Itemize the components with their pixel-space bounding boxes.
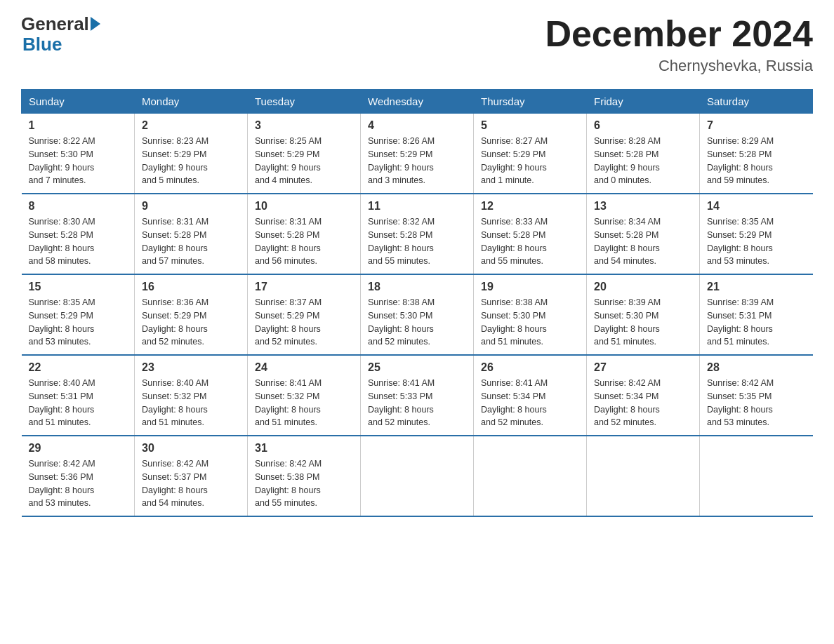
calendar-table: SundayMondayTuesdayWednesdayThursdayFrid… — [21, 89, 813, 517]
header-wednesday: Wednesday — [361, 90, 474, 114]
calendar-cell — [474, 436, 587, 516]
logo: General Blue — [21, 14, 100, 54]
day-number: 14 — [707, 200, 806, 213]
day-number: 9 — [142, 200, 240, 213]
day-number: 27 — [594, 361, 692, 374]
day-info: Sunrise: 8:25 AMSunset: 5:29 PMDaylight:… — [255, 135, 353, 187]
day-info: Sunrise: 8:35 AMSunset: 5:29 PMDaylight:… — [707, 215, 806, 268]
day-info: Sunrise: 8:38 AMSunset: 5:30 PMDaylight:… — [368, 296, 466, 349]
calendar-cell: 13Sunrise: 8:34 AMSunset: 5:28 PMDayligh… — [587, 194, 700, 274]
calendar-cell: 8Sunrise: 8:30 AMSunset: 5:28 PMDaylight… — [22, 194, 135, 274]
calendar-week-4: 22Sunrise: 8:40 AMSunset: 5:31 PMDayligh… — [22, 355, 813, 436]
calendar-cell: 2Sunrise: 8:23 AMSunset: 5:29 PMDaylight… — [135, 114, 248, 194]
calendar-cell: 18Sunrise: 8:38 AMSunset: 5:30 PMDayligh… — [361, 274, 474, 355]
calendar-cell: 19Sunrise: 8:38 AMSunset: 5:30 PMDayligh… — [474, 274, 587, 355]
header-friday: Friday — [587, 90, 700, 114]
calendar-week-1: 1Sunrise: 8:22 AMSunset: 5:30 PMDaylight… — [22, 114, 813, 194]
calendar-cell — [700, 436, 813, 516]
calendar-cell: 10Sunrise: 8:31 AMSunset: 5:28 PMDayligh… — [248, 194, 361, 274]
calendar-cell: 6Sunrise: 8:28 AMSunset: 5:28 PMDaylight… — [587, 114, 700, 194]
day-number: 10 — [255, 200, 353, 213]
calendar-cell: 27Sunrise: 8:42 AMSunset: 5:34 PMDayligh… — [587, 355, 700, 436]
day-info: Sunrise: 8:41 AMSunset: 5:33 PMDaylight:… — [368, 377, 466, 429]
day-number: 4 — [368, 119, 466, 132]
day-info: Sunrise: 8:42 AMSunset: 5:36 PMDaylight:… — [29, 457, 128, 510]
calendar-week-3: 15Sunrise: 8:35 AMSunset: 5:29 PMDayligh… — [22, 274, 813, 355]
day-number: 1 — [29, 119, 128, 132]
day-info: Sunrise: 8:29 AMSunset: 5:28 PMDaylight:… — [707, 135, 806, 187]
calendar-cell: 29Sunrise: 8:42 AMSunset: 5:36 PMDayligh… — [22, 436, 135, 516]
calendar-cell: 16Sunrise: 8:36 AMSunset: 5:29 PMDayligh… — [135, 274, 248, 355]
day-info: Sunrise: 8:42 AMSunset: 5:35 PMDaylight:… — [707, 377, 806, 429]
day-number: 16 — [142, 281, 240, 293]
day-info: Sunrise: 8:40 AMSunset: 5:32 PMDaylight:… — [142, 377, 240, 429]
logo-arrow-icon — [91, 17, 100, 31]
day-number: 24 — [255, 361, 353, 374]
day-number: 19 — [481, 281, 579, 293]
calendar-cell: 31Sunrise: 8:42 AMSunset: 5:38 PMDayligh… — [248, 436, 361, 516]
day-info: Sunrise: 8:30 AMSunset: 5:28 PMDaylight:… — [29, 215, 128, 268]
day-info: Sunrise: 8:28 AMSunset: 5:28 PMDaylight:… — [594, 135, 692, 187]
day-number: 3 — [255, 119, 353, 132]
page-header: General Blue December 2024 Chernyshevka,… — [21, 14, 813, 75]
day-info: Sunrise: 8:33 AMSunset: 5:28 PMDaylight:… — [481, 215, 579, 268]
day-number: 15 — [29, 281, 128, 293]
calendar-cell: 12Sunrise: 8:33 AMSunset: 5:28 PMDayligh… — [474, 194, 587, 274]
header-sunday: Sunday — [22, 90, 135, 114]
calendar-cell: 28Sunrise: 8:42 AMSunset: 5:35 PMDayligh… — [700, 355, 813, 436]
day-number: 2 — [142, 119, 240, 132]
day-info: Sunrise: 8:35 AMSunset: 5:29 PMDaylight:… — [29, 296, 128, 349]
day-info: Sunrise: 8:39 AMSunset: 5:31 PMDaylight:… — [707, 296, 806, 349]
calendar-cell: 30Sunrise: 8:42 AMSunset: 5:37 PMDayligh… — [135, 436, 248, 516]
logo-blue-text: Blue — [21, 34, 100, 55]
day-info: Sunrise: 8:42 AMSunset: 5:34 PMDaylight:… — [594, 377, 692, 429]
calendar-cell: 4Sunrise: 8:26 AMSunset: 5:29 PMDaylight… — [361, 114, 474, 194]
day-number: 29 — [29, 442, 128, 455]
calendar-cell: 5Sunrise: 8:27 AMSunset: 5:29 PMDaylight… — [474, 114, 587, 194]
calendar-cell: 25Sunrise: 8:41 AMSunset: 5:33 PMDayligh… — [361, 355, 474, 436]
calendar-cell: 26Sunrise: 8:41 AMSunset: 5:34 PMDayligh… — [474, 355, 587, 436]
calendar-cell: 20Sunrise: 8:39 AMSunset: 5:30 PMDayligh… — [587, 274, 700, 355]
day-number: 30 — [142, 442, 240, 455]
day-number: 17 — [255, 281, 353, 293]
calendar-cell: 11Sunrise: 8:32 AMSunset: 5:28 PMDayligh… — [361, 194, 474, 274]
day-number: 23 — [142, 361, 240, 374]
calendar-week-5: 29Sunrise: 8:42 AMSunset: 5:36 PMDayligh… — [22, 436, 813, 516]
day-info: Sunrise: 8:32 AMSunset: 5:28 PMDaylight:… — [368, 215, 466, 268]
day-number: 21 — [707, 281, 806, 293]
calendar-cell: 7Sunrise: 8:29 AMSunset: 5:28 PMDaylight… — [700, 114, 813, 194]
calendar-title: December 2024 — [545, 14, 813, 54]
day-info: Sunrise: 8:31 AMSunset: 5:28 PMDaylight:… — [142, 215, 240, 268]
day-number: 26 — [481, 361, 579, 374]
header-tuesday: Tuesday — [248, 90, 361, 114]
calendar-cell: 14Sunrise: 8:35 AMSunset: 5:29 PMDayligh… — [700, 194, 813, 274]
calendar-header-row: SundayMondayTuesdayWednesdayThursdayFrid… — [22, 90, 813, 114]
day-number: 13 — [594, 200, 692, 213]
header-saturday: Saturday — [700, 90, 813, 114]
calendar-cell: 21Sunrise: 8:39 AMSunset: 5:31 PMDayligh… — [700, 274, 813, 355]
day-number: 5 — [481, 119, 579, 132]
day-info: Sunrise: 8:31 AMSunset: 5:28 PMDaylight:… — [255, 215, 353, 268]
day-info: Sunrise: 8:27 AMSunset: 5:29 PMDaylight:… — [481, 135, 579, 187]
calendar-cell — [361, 436, 474, 516]
day-info: Sunrise: 8:37 AMSunset: 5:29 PMDaylight:… — [255, 296, 353, 349]
day-number: 7 — [707, 119, 806, 132]
day-info: Sunrise: 8:39 AMSunset: 5:30 PMDaylight:… — [594, 296, 692, 349]
day-info: Sunrise: 8:42 AMSunset: 5:37 PMDaylight:… — [142, 457, 240, 510]
header-monday: Monday — [135, 90, 248, 114]
calendar-cell: 22Sunrise: 8:40 AMSunset: 5:31 PMDayligh… — [22, 355, 135, 436]
day-info: Sunrise: 8:23 AMSunset: 5:29 PMDaylight:… — [142, 135, 240, 187]
header-thursday: Thursday — [474, 90, 587, 114]
calendar-cell: 9Sunrise: 8:31 AMSunset: 5:28 PMDaylight… — [135, 194, 248, 274]
calendar-cell: 1Sunrise: 8:22 AMSunset: 5:30 PMDaylight… — [22, 114, 135, 194]
day-info: Sunrise: 8:22 AMSunset: 5:30 PMDaylight:… — [29, 135, 128, 187]
day-number: 8 — [29, 200, 128, 213]
day-number: 31 — [255, 442, 353, 455]
day-info: Sunrise: 8:38 AMSunset: 5:30 PMDaylight:… — [481, 296, 579, 349]
calendar-cell — [587, 436, 700, 516]
calendar-week-2: 8Sunrise: 8:30 AMSunset: 5:28 PMDaylight… — [22, 194, 813, 274]
calendar-cell: 17Sunrise: 8:37 AMSunset: 5:29 PMDayligh… — [248, 274, 361, 355]
day-info: Sunrise: 8:41 AMSunset: 5:34 PMDaylight:… — [481, 377, 579, 429]
day-info: Sunrise: 8:26 AMSunset: 5:29 PMDaylight:… — [368, 135, 466, 187]
day-number: 20 — [594, 281, 692, 293]
